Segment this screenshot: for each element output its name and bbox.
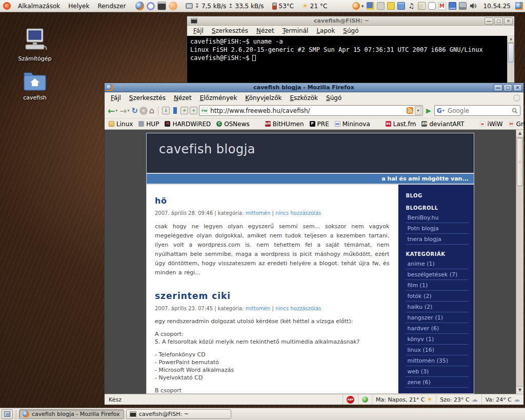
music-player-icon[interactable]: ♫ — [408, 2, 415, 10]
category-link[interactable]: film (1) — [406, 281, 469, 291]
sticky-note-icon[interactable] — [387, 2, 395, 10]
post-comments-link[interactable]: nincs hozzászólás — [275, 306, 321, 311]
category-link[interactable]: beszélgetések (7) — [406, 270, 469, 280]
weather-applet[interactable]: ☀ 21 °C — [302, 2, 327, 10]
volume-icon[interactable] — [469, 2, 477, 10]
home-button[interactable]: ⌂ — [149, 106, 154, 115]
maximize-button[interactable]: □ — [494, 17, 503, 25]
url-input[interactable] — [209, 107, 405, 115]
firefox-titlebar[interactable]: cavefish blogja - Mozilla Firefox — □ ✕ — [105, 83, 523, 92]
category-link[interactable]: fotók (2) — [406, 292, 469, 302]
category-link[interactable]: haiku (2) — [406, 303, 469, 312]
menu-places[interactable]: Helyek — [64, 1, 93, 11]
taskbar-window-firefox[interactable]: cavefish blogja - Mozilla Firefox — [19, 409, 124, 419]
bookmark-pre[interactable]: PPRE — [310, 121, 329, 128]
terminal-menu-tabs[interactable]: Lapok — [312, 26, 339, 35]
category-link[interactable]: hardver (6) — [406, 324, 469, 334]
search-input[interactable] — [447, 107, 510, 115]
blogroll-link[interactable]: Potn blogja — [406, 224, 469, 234]
tomboy-notes-icon[interactable] — [418, 2, 426, 10]
terminal-titlebar[interactable]: cavefish@FiSH: ~ — □ ✕ — [187, 16, 514, 26]
firefox-menu-view[interactable]: Nézet — [170, 93, 196, 103]
weather-saturday[interactable]: Szo: 23° C ☁ — [436, 394, 481, 405]
back-button[interactable]: ← — [108, 106, 115, 116]
show-desktop-button[interactable] — [2, 409, 13, 419]
forward-dropdown-icon[interactable]: ▾ — [128, 108, 130, 113]
bookmark-hardwired[interactable]: HHARDWiRED — [165, 121, 211, 128]
user-switcher-icon[interactable] — [169, 2, 177, 10]
firefox-menu-edit[interactable]: Szerkesztés — [125, 93, 170, 103]
close-button[interactable]: ✕ — [513, 84, 522, 91]
network-monitor-applet[interactable]: ↧ 7,5 kB/s ↥ 33,5 kB/s — [186, 3, 264, 10]
firefox-tray-icon[interactable] — [515, 2, 523, 10]
bookmark-deviantart[interactable]: dAdeviantART — [421, 121, 464, 128]
search-bar[interactable]: G ▾ — [434, 105, 520, 116]
category-link[interactable]: könyv (1) — [406, 335, 469, 345]
post-comments-link[interactable]: nincs hozzászólás — [275, 210, 321, 216]
engine-dropdown-icon[interactable]: ▾ — [442, 108, 445, 113]
gmail-notifier-icon[interactable]: M — [438, 2, 446, 10]
url-bar[interactable]: FW ▾ — [199, 105, 423, 116]
download-button[interactable]: ↓ — [162, 107, 170, 114]
bookmark-hup[interactable]: HUP — [138, 121, 159, 128]
bookmark-lastfm[interactable]: asLast.fm — [386, 121, 416, 128]
terminal-menu-help[interactable]: Súgó — [339, 26, 362, 35]
sensor-applet[interactable]: 53°C — [272, 3, 294, 10]
chevron-down-icon[interactable]: ▾ — [361, 4, 364, 9]
minimize-button[interactable]: — — [484, 17, 493, 25]
firefox-menu-history[interactable]: Előzmények — [196, 93, 241, 103]
green-orb-icon[interactable] — [362, 396, 368, 403]
bookmark-gmail[interactable]: MGmail — [509, 121, 525, 128]
go-button[interactable]: ▶ — [425, 107, 433, 114]
terminal-menu-view[interactable]: Nézet — [252, 26, 278, 35]
scroll-down-icon[interactable]: ▼ — [516, 386, 523, 394]
adblock-icon[interactable]: ABP — [347, 396, 354, 404]
weather-sunday[interactable]: Va: 24° C ☁ — [481, 394, 523, 405]
back-dropdown-icon[interactable]: ▾ — [115, 108, 117, 113]
bookmark-osnews[interactable]: COSNews — [216, 121, 250, 128]
clock-applet[interactable]: 10.54.25 — [483, 3, 511, 10]
maximize-button[interactable]: □ — [503, 84, 512, 91]
firefox-menu-help[interactable]: Súgó — [322, 93, 346, 103]
terminal-launcher-icon[interactable] — [157, 2, 166, 10]
post-title[interactable]: szerintem ciki — [155, 291, 389, 301]
blogroll-link[interactable]: BeniBoy.hu — [406, 213, 469, 223]
google-engine-icon[interactable]: G — [437, 107, 442, 114]
url-dropdown-icon[interactable]: ▾ — [415, 106, 421, 115]
browser-scrollbar-thumb[interactable] — [517, 138, 523, 186]
terminal-scrollbar-thumb[interactable] — [508, 43, 514, 63]
bookmark-linux[interactable]: Linux — [109, 121, 133, 128]
category-link[interactable]: zene (6) — [406, 378, 469, 388]
stop-button[interactable]: ✕ — [139, 107, 148, 115]
help-launcher-icon[interactable] — [147, 2, 155, 10]
blogroll-link[interactable]: tnera blogja — [406, 235, 469, 245]
bookmark-ribbon-icon[interactable] — [173, 107, 177, 114]
rss-icon[interactable] — [407, 107, 413, 114]
terminal-menu-edit[interactable]: Szerkesztés — [208, 26, 252, 35]
adblock-cell[interactable]: ABP — [342, 394, 358, 405]
post-category-link[interactable]: mittomén — [246, 306, 271, 311]
lock-screen-icon[interactable] — [367, 2, 374, 10]
firefox-menu-file[interactable]: Fájl — [107, 93, 125, 103]
weather-today[interactable]: Ma: Napos, 21° C ☀ — [372, 394, 436, 405]
bookmark-bithumen[interactable]: bHBitHUmen — [265, 121, 304, 128]
terminal-menu-terminal[interactable]: Terminál — [278, 26, 313, 35]
category-link[interactable]: linux (16) — [406, 346, 469, 355]
update-notifier-icon[interactable] — [352, 2, 360, 10]
ubuntu-logo-icon[interactable] — [3, 2, 11, 10]
firefox-launcher-icon[interactable] — [135, 2, 144, 10]
scroll-up-icon[interactable]: ▲ — [508, 36, 514, 43]
chat-icon[interactable] — [428, 2, 436, 10]
document-tray-icon[interactable] — [377, 2, 385, 10]
forward-button[interactable]: → — [119, 106, 127, 116]
minimize-button[interactable]: — — [494, 84, 502, 91]
category-link[interactable]: anime (1) — [406, 259, 469, 269]
firefox-menu-bookmarks[interactable]: Könyvjelzők — [241, 93, 286, 103]
menu-system[interactable]: Rendszer — [93, 1, 130, 11]
file-manager-icon[interactable] — [397, 2, 405, 10]
reload-button[interactable]: ↻ — [132, 106, 138, 115]
desktop-icon-computer[interactable]: Számítógép — [15, 28, 54, 62]
new-tab-button[interactable]: + — [180, 107, 188, 114]
desktop-icon-home[interactable]: cavefish — [15, 69, 54, 101]
close-button[interactable]: ✕ — [504, 17, 513, 25]
